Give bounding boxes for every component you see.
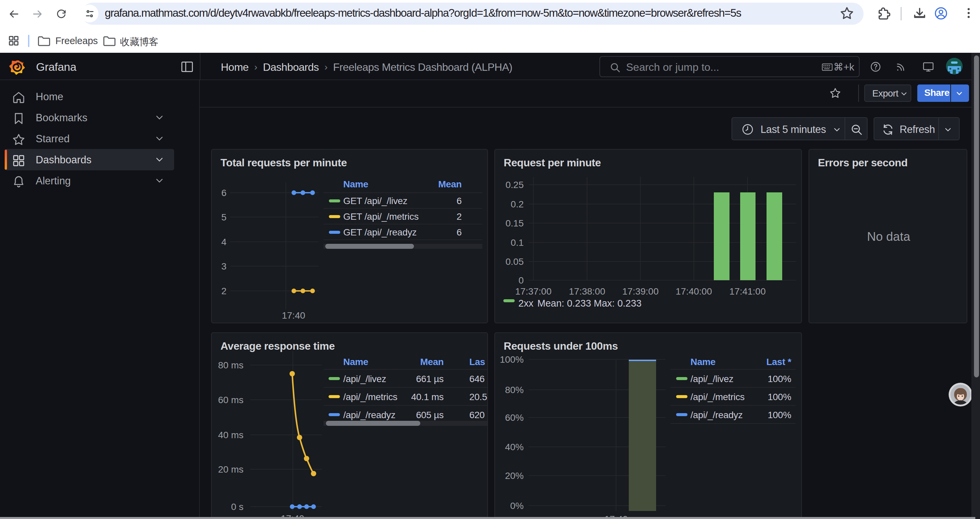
- svg-text:0.25: 0.25: [506, 180, 524, 190]
- svg-text:5: 5: [221, 212, 226, 222]
- svg-text:0.05: 0.05: [506, 257, 524, 267]
- svg-text:20 ms: 20 ms: [218, 464, 243, 474]
- svg-text:2xx: 2xx: [519, 298, 534, 308]
- svg-text:3: 3: [221, 261, 226, 271]
- svg-text:0%: 0%: [510, 501, 524, 511]
- svg-text:17:41:00: 17:41:00: [730, 286, 766, 297]
- svg-text:0.1: 0.1: [511, 238, 524, 248]
- svg-text:17:38:00: 17:38:00: [569, 286, 605, 297]
- svg-text:2: 2: [221, 286, 226, 296]
- svg-text:80 ms: 80 ms: [218, 360, 243, 370]
- svg-text:60 ms: 60 ms: [218, 395, 243, 405]
- svg-text:17:40: 17:40: [282, 310, 305, 321]
- svg-text:17:37:00: 17:37:00: [515, 286, 552, 297]
- svg-text:0.2: 0.2: [511, 199, 524, 209]
- svg-text:0 s: 0 s: [231, 501, 243, 512]
- svg-text:6: 6: [221, 188, 226, 198]
- svg-text:4: 4: [221, 237, 226, 247]
- svg-text:20%: 20%: [505, 471, 524, 481]
- svg-text:17:39:00: 17:39:00: [622, 286, 659, 297]
- svg-text:0.15: 0.15: [506, 218, 524, 228]
- svg-text:60%: 60%: [505, 412, 524, 423]
- svg-text:Mean: 0.233: Mean: 0.233: [538, 298, 591, 308]
- svg-text:17:40:00: 17:40:00: [676, 286, 712, 297]
- svg-text:100%: 100%: [500, 355, 524, 365]
- svg-text:40 ms: 40 ms: [218, 430, 243, 440]
- svg-text:Max: 0.233: Max: 0.233: [594, 298, 641, 308]
- svg-text:40%: 40%: [505, 442, 524, 452]
- svg-text:0: 0: [519, 275, 524, 286]
- svg-text:80%: 80%: [505, 385, 524, 395]
